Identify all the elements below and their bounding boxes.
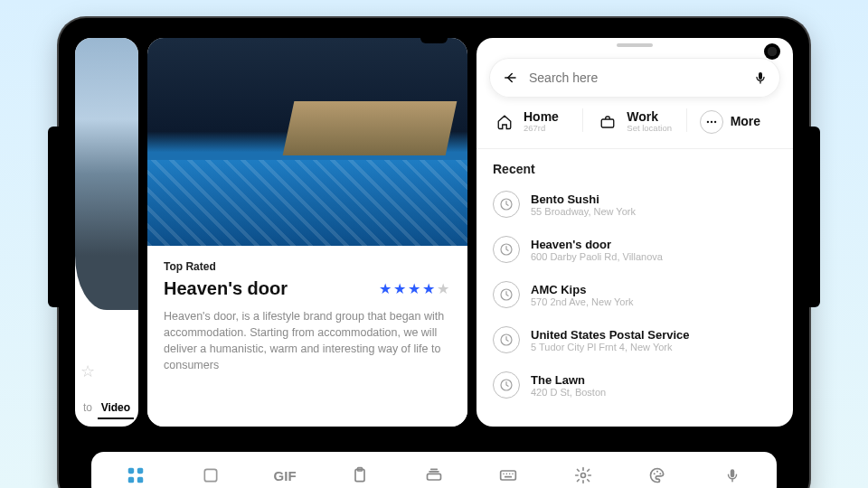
favorite-icon[interactable]: ☆ <box>80 361 95 381</box>
svg-point-2 <box>706 121 708 123</box>
recent-address: 420 D St, Boston <box>531 387 606 398</box>
svg-rect-10 <box>128 468 134 474</box>
toolbar-clipboard-button[interactable] <box>344 460 375 488</box>
recent-item[interactable]: Bento Sushi55 Broadway, New York <box>486 182 784 227</box>
chip-sub: 267rd <box>524 124 559 133</box>
toolbar-mic-button[interactable] <box>717 460 748 488</box>
chip-work[interactable]: Work Set location <box>592 108 676 136</box>
search-bar[interactable] <box>489 58 780 98</box>
listing-badge: Top Rated <box>164 260 451 273</box>
tab-video[interactable]: Video <box>98 398 134 419</box>
svg-point-22 <box>660 473 662 474</box>
clock-icon <box>493 281 520 308</box>
svg-point-19 <box>580 474 585 478</box>
listing-card: Top Rated Heaven's door ★★★★★ Heaven's d… <box>147 246 467 427</box>
chip-sub: Set location <box>627 124 672 133</box>
screen: ☆ to Video Top Rated Heaven's door ★★★★★… <box>75 38 793 488</box>
svg-rect-17 <box>427 474 440 480</box>
recent-name: The Lawn <box>531 373 606 387</box>
svg-rect-23 <box>730 469 734 477</box>
recent-name: Bento Sushi <box>531 192 636 206</box>
recent-heading: Recent <box>476 149 793 182</box>
back-arrow-icon[interactable] <box>502 70 518 86</box>
svg-rect-11 <box>137 468 143 474</box>
chip-label: Home <box>524 110 559 124</box>
svg-point-4 <box>714 121 716 123</box>
rating-stars: ★★★★★ <box>379 280 451 297</box>
map-search-pane: Home 267rd Work Set location <box>476 38 793 427</box>
listing-hero-image <box>147 38 467 246</box>
toolbar-grid-button[interactable] <box>120 460 151 488</box>
gallery-tabs: to Video <box>75 398 138 419</box>
listing-title: Heaven's door <box>164 278 288 299</box>
svg-rect-14 <box>204 469 216 481</box>
clock-icon <box>493 326 520 353</box>
listing-pane: Top Rated Heaven's door ★★★★★ Heaven's d… <box>147 38 467 427</box>
mic-icon[interactable] <box>753 70 768 85</box>
chip-home[interactable]: Home 267rd <box>489 108 573 136</box>
gallery-pane: ☆ to Video <box>75 38 138 427</box>
toolbar-gear-button[interactable] <box>568 460 599 488</box>
recent-name: Heaven's door <box>531 238 663 251</box>
app-toolbar: GIF <box>91 452 777 488</box>
toolbar-stack-button[interactable] <box>419 460 449 488</box>
clock-icon <box>493 191 520 218</box>
svg-point-3 <box>710 121 712 123</box>
svg-rect-12 <box>128 477 134 483</box>
toolbar-palette-button[interactable] <box>642 460 673 488</box>
recent-address: 570 2nd Ave, New York <box>531 296 634 307</box>
svg-point-20 <box>654 473 656 474</box>
svg-rect-1 <box>602 119 615 127</box>
recent-name: United States Postal Service <box>531 328 690 342</box>
svg-point-21 <box>656 471 658 473</box>
recent-list: Bento Sushi55 Broadway, New YorkHeaven's… <box>476 182 793 408</box>
recent-address: 5 Tudor City Pl Frnt 4, New York <box>531 342 690 352</box>
recent-item[interactable]: AMC Kips570 2nd Ave, New York <box>486 272 784 317</box>
front-camera <box>764 43 780 60</box>
svg-rect-13 <box>137 477 143 483</box>
recent-item[interactable]: United States Postal Service5 Tudor City… <box>486 317 784 362</box>
recent-item[interactable]: Heaven's door600 Darby Paoli Rd, Villano… <box>486 227 784 272</box>
recent-item[interactable]: The Lawn420 D St, Boston <box>486 362 784 408</box>
gallery-image <box>75 38 138 310</box>
toolbar-keyboard-button[interactable] <box>493 460 524 488</box>
toolbar-gif-button[interactable]: GIF <box>269 460 300 488</box>
home-icon <box>493 110 516 134</box>
svg-rect-18 <box>501 471 516 480</box>
search-input[interactable] <box>529 70 742 85</box>
svg-rect-0 <box>759 72 762 80</box>
recent-address: 600 Darby Paoli Rd, Villanova <box>531 251 663 262</box>
shortcut-chips: Home 267rd Work Set location <box>476 107 793 149</box>
more-icon <box>700 110 723 134</box>
clock-icon <box>493 236 520 263</box>
notch <box>420 38 448 43</box>
chip-label: Work <box>627 110 672 124</box>
recent-name: AMC Kips <box>531 283 634 296</box>
foldable-device-frame: ☆ to Video Top Rated Heaven's door ★★★★★… <box>59 18 809 488</box>
toolbar-square-button[interactable] <box>195 460 226 488</box>
listing-description: Heaven's door, is a lifestyle brand grou… <box>164 308 451 374</box>
chip-label: More <box>731 115 760 128</box>
chip-more[interactable]: More <box>696 108 780 136</box>
tab-photo[interactable]: to <box>80 398 96 419</box>
drag-handle[interactable] <box>617 43 653 47</box>
briefcase-icon <box>596 110 619 134</box>
recent-address: 55 Broadway, New York <box>531 206 636 217</box>
pool-graphic <box>147 160 467 246</box>
building-graphic <box>283 101 458 155</box>
clock-icon <box>493 371 520 399</box>
